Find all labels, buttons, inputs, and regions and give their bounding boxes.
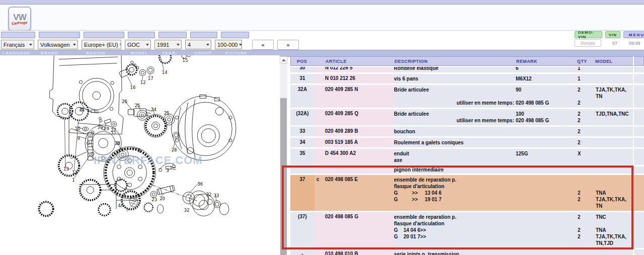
cell-lines: ensemble de reparation p.2TNCflasque d'a… <box>394 212 644 248</box>
remark-value <box>516 220 577 227</box>
qty-value <box>577 251 595 255</box>
model-value <box>595 150 644 157</box>
remark-prefix: utiliser en meme temps: <box>394 100 516 106</box>
parts-table: POS ARTICLE DESCRIPTION REMARK QTY MODEL… <box>290 56 644 255</box>
top-right-status: Donate 67 09:49 <box>575 39 640 47</box>
model-value <box>595 183 644 190</box>
dropdown-brand[interactable]: Volkswagen <box>38 40 78 49</box>
table-row-pos-37[interactable]: (37)020 498 085 Gensemble de reparation … <box>290 212 644 248</box>
dropdown-value: Europe+ (EU) <box>84 42 118 48</box>
qty-value: 2 <box>577 100 595 106</box>
filter-toolbar: FrançaisVolkswagenEurope+ (EU)GOC1991410… <box>0 31 644 50</box>
cell-article: N 010 212 26 <box>314 74 394 83</box>
remark-value <box>516 190 577 196</box>
cell-lines: pignon intermediaire <box>394 166 644 174</box>
part-number-label-28: 28 <box>172 147 177 152</box>
filter-input-group[interactable] <box>190 32 217 38</box>
cell-pos: 32A <box>290 85 314 108</box>
scroll-up-arrow-icon[interactable] <box>280 56 287 63</box>
qty-value: 1 <box>577 75 595 82</box>
parts-catalog-window: VW CarProgs FrançaisVolkswagenEurope+ (E… <box>0 0 644 255</box>
table-row-pos-32A[interactable]: 32A020 409 285 NBride articulee902TJA,TK… <box>290 85 644 108</box>
model-value <box>595 157 644 163</box>
table-body: 30N 012 226 5Rondelle elastique6131N 010… <box>290 67 644 255</box>
vin-button[interactable]: VIN <box>605 31 620 38</box>
table-row-pos-35[interactable]: 35D 454 300 A2enduit125GXaxe <box>290 149 644 165</box>
part-number-label-34: 34 <box>115 141 120 146</box>
vw-logo-text: VW <box>13 14 26 21</box>
part-number-label-20: 20 <box>159 196 165 201</box>
table-row-pos-32A[interactable]: (32A)020 409 285 QBride articulee1002TJD… <box>290 109 644 125</box>
dropdown-group[interactable]: 4 <box>185 40 211 49</box>
dropdown-language[interactable]: Français <box>1 40 34 49</box>
table-row[interactable]: pignon intermediaire <box>290 166 644 174</box>
leader-line <box>64 120 65 167</box>
cell-article: 020 409 285 Q <box>314 109 394 125</box>
description-text: G >> 13 04 6 <box>394 190 516 196</box>
remark-value <box>516 139 577 146</box>
qty-value <box>577 177 595 183</box>
next-picture-button[interactable]: » <box>277 40 299 50</box>
filter-input-brand[interactable] <box>39 32 80 38</box>
model-value: TJD,TNA,TNC <box>595 111 644 117</box>
qty-value: 2 <box>577 87 595 93</box>
menu-button[interactable]: MENU <box>623 31 644 38</box>
col-header-model: MODEL <box>595 59 643 64</box>
part-number-label-4A: 4A <box>118 203 123 208</box>
table-row-pos-30[interactable]: 30N 012 226 5Rondelle elastique61 <box>290 67 644 72</box>
cell-article: D 454 300 A2 <box>314 149 394 165</box>
part-number-label-14: 14 <box>162 70 168 75</box>
remark-value <box>516 183 577 190</box>
donate-button[interactable]: Donate <box>575 39 601 47</box>
part-number-label-27: 27 <box>111 128 116 133</box>
remark-value: 100 <box>516 111 577 117</box>
qty-value <box>577 240 595 246</box>
qty-value <box>577 93 595 100</box>
description-text: Bride articulee <box>394 111 516 117</box>
dropdown-value: 4 <box>188 42 191 48</box>
col-header-remark: REMARK <box>516 59 577 64</box>
filter-input-language[interactable] <box>1 32 35 38</box>
dropdown-model[interactable]: GOC <box>125 40 151 49</box>
previous-picture-button[interactable]: « <box>252 40 274 50</box>
filter-input-region[interactable] <box>84 32 124 38</box>
part-number-label-31: 31 <box>79 107 85 112</box>
cell-article: N 012 226 5 <box>314 67 394 72</box>
remark-value: M6X12 <box>516 75 577 82</box>
model-value: TNA <box>595 190 644 196</box>
carprogs-logo-text: CarProgs <box>12 20 28 25</box>
part-number-label-9: 9 <box>77 136 79 141</box>
transmission-diagram-drawing: 1514171216262524253130292710934131112283… <box>0 55 280 255</box>
cell-pos: (32A) <box>290 109 314 125</box>
dropdown-value: 100-000 <box>217 42 237 48</box>
description-text: G 20 01 7>> <box>394 233 516 240</box>
filter-input-year[interactable] <box>158 32 187 38</box>
demo-vin-button[interactable]: DEMO-VIN <box>575 31 602 38</box>
table-row-pos-34[interactable]: 34003 519 185 ARoulement a galets coniqu… <box>290 138 644 147</box>
table-vertical-scrollbar[interactable] <box>280 56 287 255</box>
cell-flag: c <box>314 177 325 182</box>
qty-value: 2 <box>577 111 595 117</box>
cell-article: 020 498 085 G <box>314 212 394 248</box>
table-row-pos-37[interactable]: 37c020 498 085 Eensemble de reparation p… <box>290 175 644 211</box>
cell-lines: serie joints p. transmission <box>394 249 644 255</box>
qty-value: 2 <box>577 117 595 124</box>
table-row-pos-33[interactable]: 33020 409 289 Bbouchon2 <box>290 127 644 136</box>
dropdown-picture[interactable]: 100-000 <box>215 40 242 49</box>
filter-input-model[interactable] <box>128 32 155 38</box>
remark-value <box>516 166 577 173</box>
dropdown-region[interactable]: Europe+ (EU) <box>82 40 121 49</box>
dropdown-year[interactable]: 1991 <box>154 40 182 49</box>
qty-value <box>577 183 595 190</box>
qty-value <box>577 166 595 173</box>
filter-input-picture[interactable] <box>221 32 249 38</box>
vw-carprogs-logo[interactable]: VW CarProgs <box>8 7 31 31</box>
scrollbar-thumb[interactable] <box>280 98 287 255</box>
model-value: TJA,TK,TKA, <box>595 233 644 240</box>
table-row-pos-31[interactable]: 31N 010 212 26vis 6 pansM6X121 <box>290 74 644 83</box>
article-number: N 010 212 26 <box>325 75 355 81</box>
table-row-pos--[interactable]: -010 498 010 Bserie joints p. transmissi… <box>290 249 644 255</box>
remark-value <box>516 128 577 135</box>
exploded-parts-diagram[interactable]: 1514171216262524253130292710934131112283… <box>0 55 280 255</box>
chevron-down-icon <box>120 44 121 46</box>
